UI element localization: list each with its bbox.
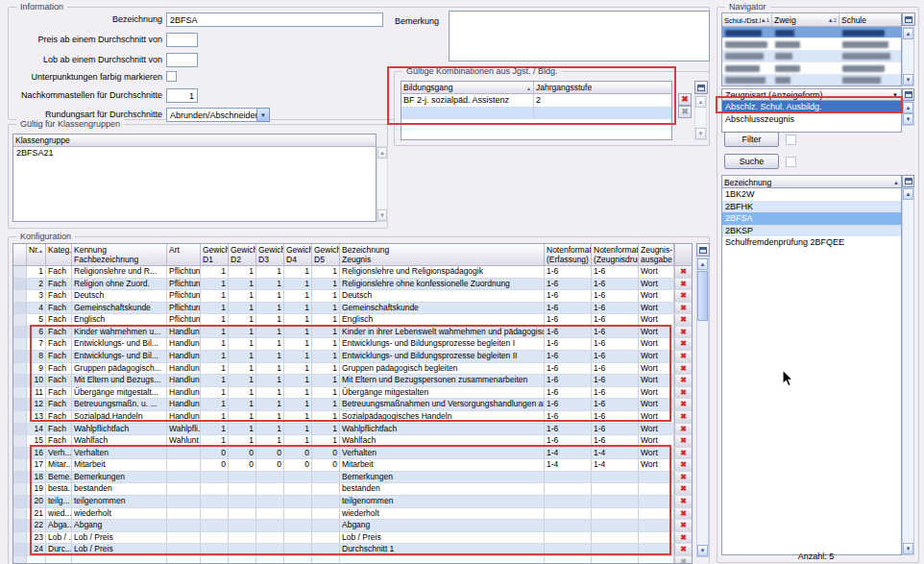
delete-row-button[interactable]: ✖ <box>674 290 692 302</box>
table-row[interactable]: 2FachReligion ohne Zuord.Pflichtunt11111… <box>13 279 692 291</box>
scroll-down-button[interactable]: ▼ <box>377 209 387 221</box>
column-chooser-button[interactable] <box>902 175 914 187</box>
table-row[interactable]: 16Verh...Verhalten00000Verhalten1-41-4Wo… <box>13 448 692 460</box>
table-row[interactable]: 3FachDeutschPflichtunt11111Deutsch1-61-6… <box>13 290 692 303</box>
delete-row-button[interactable]: ✖ <box>674 411 692 423</box>
table-row[interactable]: 22Abga...AbgangAbgang✖ <box>13 520 692 532</box>
nachkommastellen-input[interactable]: 1 <box>166 88 198 103</box>
delete-row-button[interactable]: ✖ <box>674 338 692 350</box>
delete-row-button[interactable]: ✖ <box>674 303 692 314</box>
column-header-jahrgangsstufe[interactable]: Jahrgangsstufe <box>534 82 671 94</box>
filter-checkbox[interactable] <box>786 135 796 145</box>
school-row[interactable] <box>722 51 901 62</box>
delete-row-button[interactable]: ✖ <box>674 424 692 435</box>
filter-button[interactable]: Filter <box>724 132 779 147</box>
scrollbar[interactable]: ▲ ▼ <box>902 27 914 86</box>
delete-row-button[interactable]: ✖ <box>674 448 692 459</box>
column-chooser-button[interactable] <box>902 12 915 26</box>
table-row[interactable]: 1FachReligionslehre und R...Pflichtunt11… <box>13 266 692 279</box>
table-row[interactable]: 21wied...wiederholtwiederholt✖ <box>13 508 692 521</box>
scroll-up-button[interactable]: ▲ <box>697 258 708 270</box>
table-row-empty[interactable] <box>401 107 671 119</box>
column-header-zweig[interactable]: Zweig▲2 <box>772 13 839 27</box>
bezeichnung-item[interactable]: 2BFHK <box>722 201 901 213</box>
table-row[interactable]: 15FachWahlfachWahlunt11111Wahlfach1-61-6… <box>13 435 692 448</box>
scroll-down-button[interactable]: ▼ <box>697 545 708 556</box>
delete-row-button[interactable]: ✖ <box>674 266 692 278</box>
bezeichnung-item[interactable]: 1BK2W <box>722 188 901 201</box>
table-row[interactable]: 7FachEntwicklungs- und Bil...Handlun...1… <box>13 338 692 351</box>
school-row[interactable] <box>722 75 901 86</box>
table-row[interactable]: 13FachSozialpäd.HandelnHandlun...11111So… <box>13 411 692 424</box>
delete-row-button[interactable]: ✖ <box>674 314 692 326</box>
table-row[interactable]: 17Mitar...Mitarbeit00000Mitarbeit1-41-4W… <box>13 459 692 472</box>
table-row[interactable]: 14FachWahlpflichtfachWahlpfli...11111Wah… <box>13 424 692 436</box>
column-header[interactable]: Notenformat(Erfassung) <box>545 244 592 266</box>
scroll-up-button[interactable]: ▲ <box>377 147 387 159</box>
suche-button[interactable]: Suche <box>724 154 779 169</box>
column-header-schulnr[interactable]: Schul-/Dst.Nr.▲1 <box>722 13 772 27</box>
table-row[interactable]: 6FachKinder wahrnehmen u...Handlun...111… <box>13 327 692 339</box>
delete-row-button[interactable]: ✖ <box>674 520 692 531</box>
column-header[interactable]: GewichtD5 <box>312 244 340 266</box>
delete-row-button[interactable]: ✖ <box>674 472 692 483</box>
zeugnisart-item[interactable]: Abschlz. Schul. Ausbildg. <box>722 101 901 113</box>
school-row[interactable] <box>722 27 901 38</box>
table-row[interactable]: 11FachÜbergänge mitgestalt...Handlun...1… <box>13 387 692 400</box>
suche-checkbox[interactable] <box>786 157 796 167</box>
column-header-klassengruppe[interactable]: Klassengruppe <box>13 135 376 147</box>
column-header[interactable]: Kateg... <box>46 244 72 266</box>
table-row[interactable]: 24Durc...Lob / PreisDurchschnitt 1✖ <box>13 544 692 556</box>
table-row[interactable]: 5FachEnglischPflichtunt11111Englisch1-61… <box>13 314 692 327</box>
delete-row-button[interactable]: ✖ <box>678 93 692 106</box>
school-row[interactable] <box>722 62 901 74</box>
scroll-up-button[interactable]: ▲ <box>903 28 913 39</box>
bezeichnung-item[interactable]: 2BFSA <box>722 212 901 225</box>
lob-input[interactable] <box>166 53 198 67</box>
table-row[interactable]: 9FachGruppen pädagogisch...Handlun...111… <box>13 363 692 376</box>
bezeichnung-item[interactable]: 2BKSP <box>722 225 901 237</box>
scroll-down-button[interactable]: ▼ <box>903 74 913 86</box>
delete-row-button[interactable]: ✖ <box>674 363 692 375</box>
column-header[interactable]: Notenformat(Zeugnisdruck) <box>592 244 639 266</box>
delete-row-button[interactable]: ✖ <box>674 279 692 290</box>
scrollbar[interactable]: ▲ ▼ <box>902 187 914 555</box>
bezeichnung-input[interactable]: 2BFSA <box>166 12 383 27</box>
preis-input[interactable] <box>166 33 198 47</box>
school-row[interactable] <box>722 38 901 50</box>
scrollbar[interactable]: ▲ ▼ <box>377 146 388 222</box>
scrollbar-thumb[interactable] <box>697 271 708 321</box>
zeugnisart-item[interactable]: Abschlusszeugnis <box>722 113 901 126</box>
column-header[interactable]: Art <box>167 244 201 266</box>
scroll-down-button[interactable]: ▼ <box>903 113 913 125</box>
scroll-up-button[interactable]: ▲ <box>695 96 706 108</box>
table-row[interactable]: 8FachEntwicklungs- und Bil...Handlun...1… <box>13 351 692 363</box>
bemerkung-textarea[interactable] <box>449 11 710 61</box>
delete-row-button[interactable]: ✖ <box>674 387 692 399</box>
table-row[interactable]: 20teilg...teilgenommenteilgenommen✖ <box>13 496 692 508</box>
delete-row-button[interactable]: ✖ <box>674 508 692 520</box>
delete-row-button[interactable]: ✖ <box>674 483 692 495</box>
column-header-bildungsgang[interactable]: Bildungsgang▲ <box>401 82 534 94</box>
column-header[interactable]: KennungFachbezeichnung <box>72 244 167 266</box>
table-row[interactable]: 12FachBetreuungsmaßn. u. ...Handlun...11… <box>13 399 692 411</box>
column-header[interactable]: GewichtD3 <box>256 244 284 266</box>
column-header[interactable]: Zeugnis-ausgabe <box>639 244 674 266</box>
scrollbar[interactable]: ▲ ▼ <box>696 257 709 557</box>
column-chooser-button[interactable] <box>902 88 914 101</box>
table-row[interactable]: 23Lob / ...Lob / PreisLob / Preis✖ <box>13 532 692 545</box>
table-row[interactable]: 18Beme...BemerkungenBemerkungen✖ <box>13 472 692 484</box>
table-row[interactable]: 10FachMit Eltern und Bezugs...Handlun...… <box>13 375 692 387</box>
delete-row-button[interactable]: ✖ <box>674 375 692 386</box>
column-header[interactable]: GewichtD4 <box>284 244 312 266</box>
column-header[interactable] <box>674 244 692 266</box>
list-item-klassengruppe[interactable]: 2BFSA21 <box>13 147 376 159</box>
scrollbar[interactable]: ▲ ▼ <box>694 95 707 140</box>
column-header[interactable]: GewichtD1 <box>201 244 229 266</box>
column-header[interactable]: BezeichnungZeugnis <box>340 244 545 266</box>
delete-row-button[interactable]: ✖ <box>674 399 692 410</box>
scroll-down-button[interactable]: ▼ <box>695 128 706 139</box>
bezeichnung-item[interactable]: Schulfremdenprüfung 2BFQEE <box>722 236 901 249</box>
column-header[interactable]: Nr.▲ <box>27 244 46 266</box>
table-row[interactable]: 19besta...bestandenbestanden✖ <box>13 483 692 496</box>
